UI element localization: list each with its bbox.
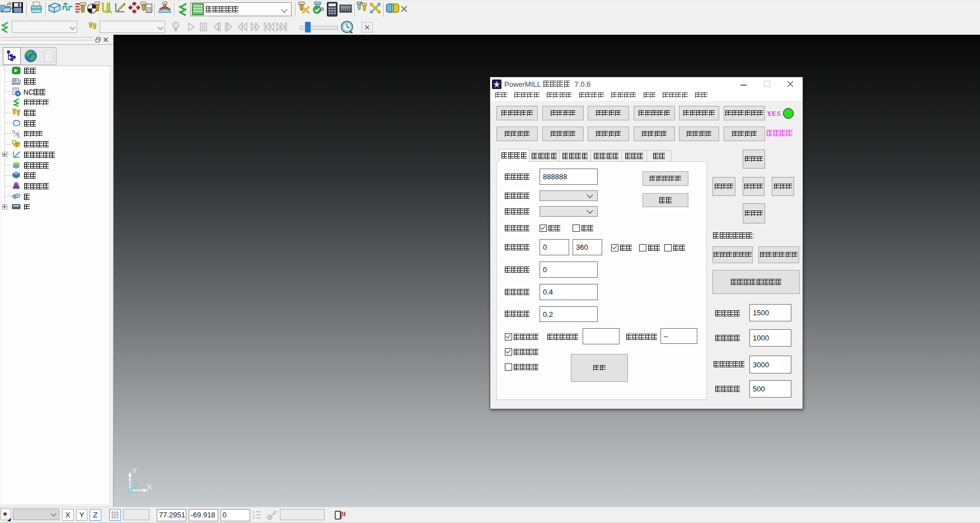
svg-text:Z: Z <box>133 482 138 490</box>
svg-text:z: z <box>253 516 255 520</box>
svg-text:X: X <box>147 483 152 491</box>
svg-text:Y: Y <box>132 466 137 475</box>
